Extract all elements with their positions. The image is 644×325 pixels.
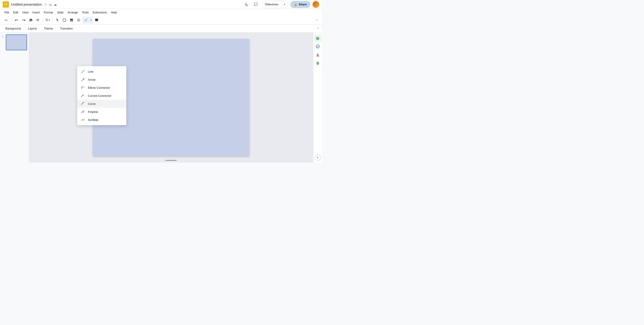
- line-icon: [81, 69, 85, 74]
- collapse-format-bar-button[interactable]: [316, 26, 319, 31]
- format-bar: Background Layout Theme Transition: [0, 24, 322, 33]
- curved-connector-icon: [81, 93, 85, 98]
- svg-line-4: [85, 19, 87, 21]
- doc-title[interactable]: Untitled presentation: [11, 2, 42, 6]
- title-bar: Untitled presentation ☆ 🗂 ☁ Slideshow ▾ …: [0, 0, 322, 9]
- line-option-label-line: Line: [88, 70, 94, 73]
- cloud-icon[interactable]: ☁: [54, 3, 57, 6]
- drive-icon[interactable]: 🗂: [49, 3, 52, 6]
- toolbar-right: [314, 17, 320, 23]
- image-button[interactable]: [68, 17, 75, 23]
- line-option-label-polyline: Polyline: [88, 110, 98, 114]
- menu-arrange[interactable]: Arrange: [66, 10, 80, 15]
- toolbar: +▾ ▾ ▾: [0, 16, 322, 24]
- comment-insert-button[interactable]: [93, 17, 100, 23]
- menu-slide[interactable]: Slide: [55, 10, 65, 15]
- shape-button[interactable]: [75, 17, 82, 23]
- menu-extensions[interactable]: Extensions: [91, 10, 109, 15]
- curve-icon: [81, 101, 85, 106]
- arrow-icon: [81, 77, 85, 82]
- line-option-polyline[interactable]: Polyline: [77, 108, 126, 116]
- collapse-toolbar-button[interactable]: [314, 17, 320, 23]
- print-button[interactable]: [28, 17, 34, 23]
- line-dropdown-button[interactable]: ▾: [89, 17, 93, 23]
- title-icons: ☆ 🗂 ☁: [44, 2, 57, 6]
- line-option-label-curved-connector: Curved Connector: [88, 94, 112, 97]
- slides-panel: 1: [0, 33, 29, 162]
- toolbar-divider-3: [52, 18, 52, 22]
- line-option-scribble[interactable]: Scribble: [77, 116, 126, 124]
- sidebar-add-button[interactable]: +: [314, 154, 321, 161]
- sidebar-sheets-icon[interactable]: ▦: [314, 34, 321, 41]
- theme-button[interactable]: Theme: [41, 26, 56, 31]
- svg-rect-2: [63, 19, 66, 21]
- slideshow-button[interactable]: Slideshow ▾: [262, 1, 288, 8]
- scribble-icon: [81, 118, 85, 122]
- slideshow-label[interactable]: Slideshow: [262, 1, 282, 8]
- menu-view[interactable]: View: [20, 10, 30, 15]
- svg-line-6: [82, 79, 84, 81]
- menu-edit[interactable]: Edit: [12, 10, 20, 15]
- share-label: Share: [299, 3, 307, 6]
- transition-button[interactable]: Transition: [58, 26, 76, 31]
- redo-button[interactable]: [20, 17, 27, 23]
- scroll-indicator: [166, 160, 177, 161]
- line-option-label-arrow: Arrow: [88, 78, 96, 81]
- line-tool-button[interactable]: [82, 17, 89, 23]
- menu-insert[interactable]: Insert: [31, 10, 42, 15]
- line-option-label-scribble: Scribble: [88, 118, 98, 122]
- share-icon: 🔒: [294, 3, 298, 6]
- line-option-elbow[interactable]: Elbow Connector: [77, 84, 126, 92]
- slide-1-container: 1: [2, 34, 27, 50]
- svg-rect-1: [5, 3, 7, 5]
- sidebar-contacts-icon[interactable]: [314, 51, 321, 58]
- elbow-icon: [81, 85, 85, 90]
- slide-1-thumbnail[interactable]: [6, 34, 27, 50]
- main-content: 1 Line Arrow: [0, 33, 322, 162]
- menu-tools[interactable]: Tools: [80, 10, 90, 15]
- sidebar-maps-icon[interactable]: [314, 60, 321, 67]
- line-dropdown-menu: Line Arrow Elbow Connector: [77, 66, 126, 125]
- undo-button[interactable]: [13, 17, 20, 23]
- share-button[interactable]: 🔒 Share: [290, 1, 310, 8]
- star-icon[interactable]: ☆: [44, 2, 47, 6]
- avatar[interactable]: [312, 1, 319, 8]
- polyline-icon: [81, 109, 85, 114]
- menu-bar: File Edit View Insert Format Slide Arran…: [0, 9, 322, 16]
- slide-1-number: 1: [2, 34, 4, 38]
- layout-button[interactable]: Layout: [25, 26, 39, 31]
- line-option-curved-connector[interactable]: Curved Connector: [77, 92, 126, 100]
- toolbar-divider-2: [43, 18, 43, 22]
- select-button[interactable]: [61, 17, 68, 23]
- add-icon: +: [4, 18, 6, 22]
- add-button[interactable]: +▾: [2, 17, 10, 23]
- right-sidebar: ▦ +: [313, 33, 322, 162]
- line-option-label-elbow: Elbow Connector: [88, 86, 110, 89]
- line-option-label-curve: Curve: [88, 102, 96, 105]
- history-button[interactable]: [243, 1, 250, 8]
- title-right: Slideshow ▾ 🔒 Share: [243, 1, 319, 8]
- cursor-button[interactable]: [54, 17, 60, 23]
- toolbar-add-group: +▾: [2, 17, 10, 23]
- slideshow-dropdown-arrow[interactable]: ▾: [282, 1, 288, 8]
- menu-help[interactable]: Help: [109, 10, 119, 15]
- zoom-group: ▾: [44, 17, 51, 23]
- svg-point-7: [316, 45, 319, 48]
- line-tool-group: ▾: [82, 17, 93, 23]
- sidebar-tasks-icon[interactable]: [314, 43, 321, 50]
- line-option-line[interactable]: Line: [77, 67, 126, 75]
- canvas-area[interactable]: Line Arrow Elbow Connector: [29, 33, 313, 162]
- line-option-curve[interactable]: Curve: [77, 100, 126, 108]
- zoom-button[interactable]: ▾: [44, 17, 51, 23]
- menu-format[interactable]: Format: [42, 10, 55, 15]
- background-button[interactable]: Background: [3, 26, 24, 31]
- app-logo[interactable]: [3, 1, 9, 7]
- paint-format-button[interactable]: [35, 17, 41, 23]
- line-option-arrow[interactable]: Arrow: [77, 75, 126, 84]
- svg-line-5: [82, 70, 84, 73]
- menu-file[interactable]: File: [3, 10, 11, 15]
- comment-button[interactable]: [252, 1, 260, 8]
